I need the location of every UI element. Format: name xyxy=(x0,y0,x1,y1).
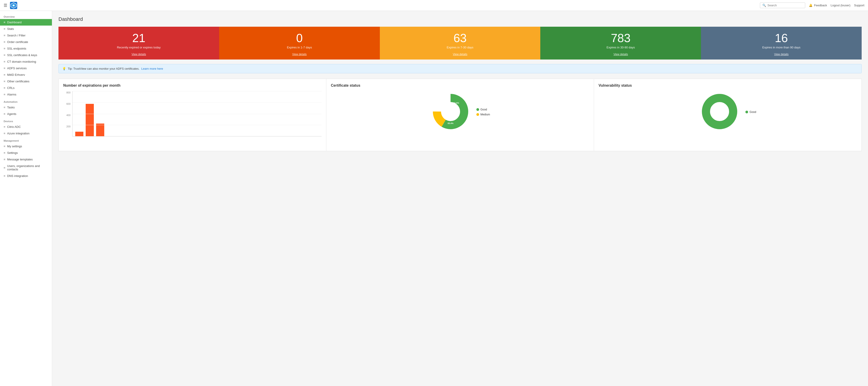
sidebar-item-mitid[interactable]: ≡ MitID Erhverv xyxy=(0,71,52,78)
status-card-90plus[interactable]: 16 Expires in more than 90 days View det… xyxy=(701,27,862,60)
card-link-90plus[interactable]: View details xyxy=(774,53,789,56)
sidebar-item-azure-integration[interactable]: ≡ Azure integration xyxy=(0,130,52,137)
card-label-1-7: Expires in 1-7 days xyxy=(287,46,312,49)
feedback-button[interactable]: 🔔 Feedback xyxy=(809,4,827,7)
logout-button[interactable]: Logout (tvuser) xyxy=(831,4,850,7)
vuln-status-donut-container: Good xyxy=(598,91,857,133)
tip-icon: 💡 xyxy=(62,67,66,70)
search-icon: 🔍 xyxy=(763,4,766,7)
tip-text: Tip: TrustView can also monitor your ADF… xyxy=(68,67,140,70)
order-cert-icon: ≡ xyxy=(4,40,5,44)
content-area: Dashboard 21 Recently expired or expires… xyxy=(52,11,868,386)
support-button[interactable]: Support xyxy=(854,4,864,7)
tasks-icon: ≡ xyxy=(4,106,5,109)
feedback-icon: 🔔 xyxy=(809,4,812,7)
card-number-90plus: 16 xyxy=(775,32,788,44)
my-settings-icon: ≡ xyxy=(4,145,5,148)
status-card-1-7[interactable]: 0 Expires in 1-7 days View details xyxy=(219,27,380,60)
crls-icon: ≡ xyxy=(4,86,5,90)
sidebar-item-tasks[interactable]: ≡ Tasks xyxy=(0,104,52,111)
bar-3[interactable] xyxy=(96,124,104,136)
sidebar-item-ssl-certs-keys[interactable]: ≡ SSL certificates & keys xyxy=(0,52,52,58)
management-section-label: Management xyxy=(0,137,52,143)
card-label-90plus: Expires in more than 90 days xyxy=(762,46,800,49)
card-link-7-30[interactable]: View details xyxy=(453,53,467,56)
card-label-expired: Recently expired or expires today xyxy=(117,46,161,49)
svg-text:16.6%: 16.6% xyxy=(453,102,459,104)
sidebar-item-dns-integration[interactable]: ≡ DNS integration xyxy=(0,173,52,179)
good-label: Good xyxy=(480,108,487,111)
sidebar-item-search-filter[interactable]: ≡ Search / Filter xyxy=(0,32,52,39)
svg-point-6 xyxy=(441,103,460,120)
cert-status-donut: 83.4% 16.6% xyxy=(430,91,471,132)
sidebar-item-stats[interactable]: ≡ Stats xyxy=(0,26,52,32)
sidebar-item-order-cert[interactable]: ≡ Order certificate xyxy=(0,39,52,45)
ssl-certs-icon: ≡ xyxy=(4,54,5,57)
cert-status-donut-container: 83.4% 16.6% Good Medium xyxy=(331,91,589,133)
bar-chart: 800 600 400 200 xyxy=(63,91,321,141)
vuln-legend-good: Good xyxy=(745,110,756,114)
header: ☰ 🔍 🔔 Feedback Logout (tvuser) Support xyxy=(0,0,868,11)
card-link-30-90[interactable]: View details xyxy=(614,53,628,56)
citrix-icon: ≡ xyxy=(4,125,5,129)
vuln-good-label: Good xyxy=(749,110,756,114)
ssl-endpoints-icon: ≡ xyxy=(4,47,5,50)
vuln-status-legend: Good xyxy=(745,110,756,114)
alarms-icon: ≡ xyxy=(4,93,5,96)
search-box[interactable]: 🔍 xyxy=(760,2,805,8)
legend-good: Good xyxy=(476,108,490,111)
page-title: Dashboard xyxy=(59,16,862,22)
vuln-status-title: Vulnerability status xyxy=(598,83,857,87)
adfs-icon: ≡ xyxy=(4,67,5,70)
bar-1[interactable] xyxy=(75,132,84,136)
card-link-1-7[interactable]: View details xyxy=(292,53,307,56)
bar-2[interactable] xyxy=(86,104,94,136)
vuln-good-dot xyxy=(745,111,748,113)
sidebar-item-message-templates[interactable]: ≡ Message templates xyxy=(0,156,52,163)
search-input[interactable] xyxy=(767,4,801,7)
y-label-800: 800 xyxy=(63,91,70,94)
status-card-30-90[interactable]: 783 Expires in 30-90 days View details xyxy=(540,27,701,60)
sidebar-item-crls[interactable]: ≡ CRLs xyxy=(0,84,52,91)
card-link-expired[interactable]: View details xyxy=(131,53,146,56)
sidebar: Overview ≡ Dashboard ≡ Stats ≡ Search / … xyxy=(0,11,52,386)
sidebar-item-agents[interactable]: ≡ Agents xyxy=(0,111,52,117)
sidebar-item-citrix-adc[interactable]: ≡ Citrix ADC xyxy=(0,124,52,130)
automation-section-label: Automation xyxy=(0,98,52,104)
vuln-status-panel: Vulnerability status Good xyxy=(594,79,862,151)
sidebar-item-ssl-endpoints[interactable]: ≡ SSL endpoints xyxy=(0,45,52,52)
header-left: ☰ xyxy=(4,2,757,9)
sidebar-item-ct-domain[interactable]: ≡ CT domain monitoring xyxy=(0,58,52,65)
medium-label: Medium xyxy=(480,113,490,116)
vuln-status-donut xyxy=(699,91,740,132)
header-right: 🔍 🔔 Feedback Logout (tvuser) Support xyxy=(760,2,864,8)
settings-icon: ≡ xyxy=(4,151,5,154)
card-number-expired: 21 xyxy=(132,32,145,44)
tip-link[interactable]: Learn more here xyxy=(141,67,163,70)
vuln-donut-wrapper xyxy=(699,91,740,133)
status-card-7-30[interactable]: 63 Expires in 7-30 days View details xyxy=(380,27,540,60)
status-card-expired[interactable]: 21 Recently expired or expires today Vie… xyxy=(59,27,219,60)
svg-point-10 xyxy=(711,103,728,120)
msg-templates-icon: ≡ xyxy=(4,158,5,161)
sidebar-item-my-settings[interactable]: ≡ My settings xyxy=(0,143,52,149)
tip-banner: 💡 Tip: TrustView can also monitor your A… xyxy=(59,64,862,73)
overview-section-label: Overview xyxy=(0,13,52,19)
y-label-600: 600 xyxy=(63,103,70,105)
cert-status-panel: Certificate status 83.4% xyxy=(327,79,594,151)
main-layout: Overview ≡ Dashboard ≡ Stats ≡ Search / … xyxy=(0,11,868,386)
sidebar-item-users-orgs[interactable]: ≡ Users, organizations and contacts xyxy=(0,163,52,173)
status-cards: 21 Recently expired or expires today Vie… xyxy=(59,27,862,60)
sidebar-item-settings[interactable]: ≡ Settings xyxy=(0,149,52,156)
card-number-7-30: 63 xyxy=(454,32,467,44)
cert-status-legend: Good Medium xyxy=(476,108,490,116)
dns-icon: ≡ xyxy=(4,174,5,178)
menu-button[interactable]: ☰ xyxy=(4,3,7,8)
sidebar-item-dashboard[interactable]: ≡ Dashboard xyxy=(0,19,52,26)
sidebar-item-alarms[interactable]: ≡ Alarms xyxy=(0,91,52,98)
other-certs-icon: ≡ xyxy=(4,80,5,83)
card-label-7-30: Expires in 7-30 days xyxy=(447,46,473,49)
sidebar-item-other-certs[interactable]: ≡ Other certificates xyxy=(0,78,52,84)
bar-chart-panel: Number of expirations per month 800 600 … xyxy=(59,79,327,151)
sidebar-item-adfs-services[interactable]: ≡ ADFS services xyxy=(0,65,52,71)
